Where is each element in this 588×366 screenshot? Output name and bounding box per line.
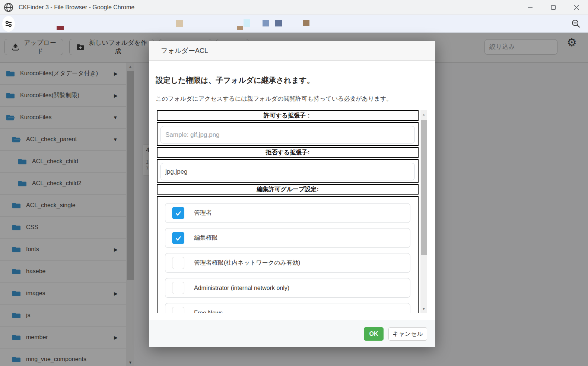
group-row-admin-internal[interactable]: 管理者権限(社内ネットワークのみ有効) xyxy=(165,253,410,273)
thumbnail-swatch xyxy=(176,20,183,27)
group-row-admin[interactable]: 管理者 xyxy=(165,203,410,223)
filters-sliders-icon[interactable] xyxy=(2,16,15,32)
denied-extensions-header: 拒否する拡張子: xyxy=(157,147,419,158)
dialog-scrollbar[interactable]: ▲ ▼ xyxy=(420,110,427,313)
scroll-up-icon[interactable]: ▲ xyxy=(420,110,427,119)
scrollbar-thumb[interactable] xyxy=(421,120,427,255)
thumbnail-swatch xyxy=(237,26,243,30)
dialog-description: このフォルダにアクセスするには親フォルダの閲覧許可も持っている必要があります。 xyxy=(156,95,392,103)
zoom-out-icon[interactable] xyxy=(572,19,581,28)
group-row-clipped[interactable]: Free News xyxy=(165,303,410,313)
thumbnail-swatch xyxy=(263,20,269,26)
globe-icon xyxy=(4,3,13,12)
minimize-button[interactable] xyxy=(519,0,542,15)
group-label: Administrator (internal network only) xyxy=(194,285,289,291)
allowed-extensions-header: 許可する拡張子： xyxy=(157,110,419,121)
allowed-extensions-input[interactable] xyxy=(160,126,415,143)
dialog-scroll-area: 許可する拡張子： 拒否する拡張子: 編集許可グループ設定: 管理者 編集権限 xyxy=(157,110,419,313)
cancel-button[interactable]: キャンセル xyxy=(388,327,427,341)
scroll-down-icon[interactable]: ▼ xyxy=(420,305,427,313)
group-label: 管理者 xyxy=(194,209,212,217)
group-row-edit-permission[interactable]: 編集権限 xyxy=(165,228,410,248)
checkmark-icon xyxy=(175,234,182,242)
edit-groups-header: 編集許可グループ設定: xyxy=(157,184,419,195)
thumbnail-swatch xyxy=(275,20,282,26)
browser-secondary-bar xyxy=(0,15,588,33)
checkbox[interactable] xyxy=(172,282,184,294)
dialog-title: フォルダーACL xyxy=(149,41,435,61)
thumbnail-swatch xyxy=(244,19,250,27)
edit-groups-list: 管理者 編集権限 管理者権限(社内ネットワークのみ有効) Administrat… xyxy=(157,196,419,313)
group-row-administrator-english[interactable]: Administrator (internal network only) xyxy=(165,278,410,298)
window-title: CKFinder 3 - File Browser - Google Chrom… xyxy=(19,4,134,11)
thumbnail-swatch xyxy=(303,20,309,26)
dialog-heading: 設定した権限は、子フォルダに継承されます。 xyxy=(156,75,314,85)
group-label: 管理者権限(社内ネットワークのみ有効) xyxy=(194,259,300,267)
denied-extensions-input[interactable] xyxy=(160,163,415,180)
group-label: Free News xyxy=(194,310,223,313)
close-button[interactable] xyxy=(565,0,588,15)
group-label: 編集権限 xyxy=(194,234,218,242)
thumbnail-swatch xyxy=(57,26,64,30)
checkbox[interactable] xyxy=(172,257,184,269)
checkbox[interactable] xyxy=(172,207,184,219)
window-titlebar: CKFinder 3 - File Browser - Google Chrom… xyxy=(0,0,588,15)
ok-button[interactable]: OK xyxy=(364,327,384,341)
checkbox[interactable] xyxy=(172,307,184,313)
checkbox[interactable] xyxy=(172,232,184,244)
checkmark-icon xyxy=(175,209,182,217)
dialog-footer: OK キャンセル xyxy=(149,320,435,347)
folder-acl-dialog: フォルダーACL 設定した権限は、子フォルダに継承されます。 このフォルダにアク… xyxy=(149,41,435,347)
maximize-button[interactable] xyxy=(542,0,565,15)
